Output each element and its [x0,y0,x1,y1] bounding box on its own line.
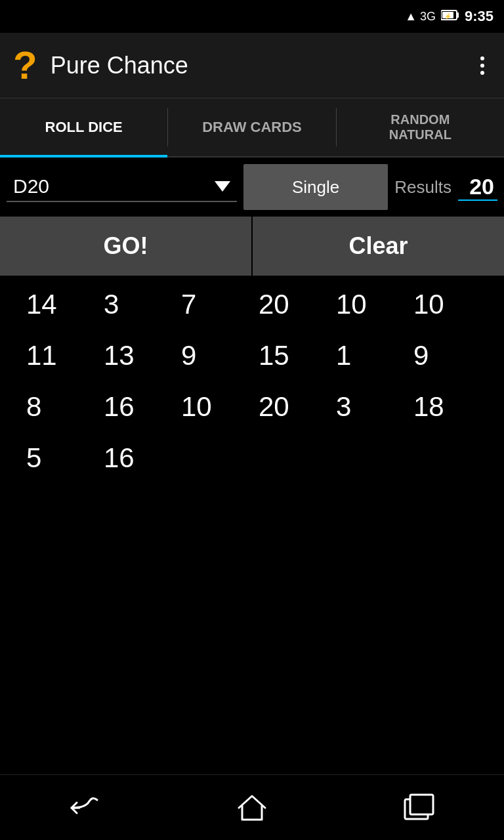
tab-roll-dice[interactable]: ROLL DICE [0,98,167,156]
dice-selector-arrow-icon [215,181,230,192]
battery-icon: ⚡ [441,9,459,24]
result-number: 9 [407,340,484,371]
result-number: 11 [20,340,97,371]
tab-draw-cards[interactable]: DRAW CARDS [168,98,335,156]
nav-back-button[interactable] [40,785,129,831]
result-number: 20 [252,289,329,320]
result-number: 13 [97,340,175,371]
result-number: 10 [175,391,252,423]
nav-home-button[interactable] [209,782,295,834]
result-number: 3 [329,391,407,423]
mode-button[interactable]: Single [243,164,388,210]
svg-rect-1 [457,12,459,18]
result-number: 15 [252,340,329,371]
result-number: 9 [175,340,252,371]
result-number: 1 [329,340,407,371]
result-number: 18 [407,391,484,423]
dice-type-value: D20 [13,175,215,198]
controls-row: D20 Single Results 20 [0,158,504,217]
result-number: 16 [97,442,175,474]
app-title: Pure Chance [51,52,474,79]
time-display: 9:35 [465,8,494,25]
overflow-menu-button[interactable] [474,50,491,81]
tab-bar: ROLL DICE DRAW CARDS RANDOMNATURAL [0,98,504,158]
tab-random-natural[interactable]: RANDOMNATURAL [337,98,504,156]
app-bar: ? Pure Chance [0,33,504,98]
app-logo: ? [13,46,37,85]
dice-type-selector[interactable]: D20 [7,172,237,202]
result-number: 10 [407,289,484,320]
result-number: 20 [252,391,329,423]
action-row: GO! Clear [0,217,504,276]
go-button[interactable]: GO! [0,217,251,276]
results-label: Results [394,177,452,198]
result-number: 8 [20,391,97,423]
svg-text:⚡: ⚡ [444,12,452,20]
result-number: 5 [20,442,97,474]
signal-icon: ▲ 3G [405,10,436,24]
nav-bar [0,774,504,840]
status-bar: ▲ 3G ⚡ 9:35 [0,0,504,33]
clear-button[interactable]: Clear [253,217,504,276]
result-number: 10 [329,289,407,320]
result-number: 7 [175,289,252,320]
result-number: 3 [97,289,175,320]
result-number: 16 [97,391,175,423]
results-grid: 14372010101113915198161020318516 [0,276,504,487]
results-value: 20 [458,174,497,201]
svg-rect-5 [410,795,433,814]
nav-recent-button[interactable] [375,782,464,834]
result-number: 14 [20,289,97,320]
